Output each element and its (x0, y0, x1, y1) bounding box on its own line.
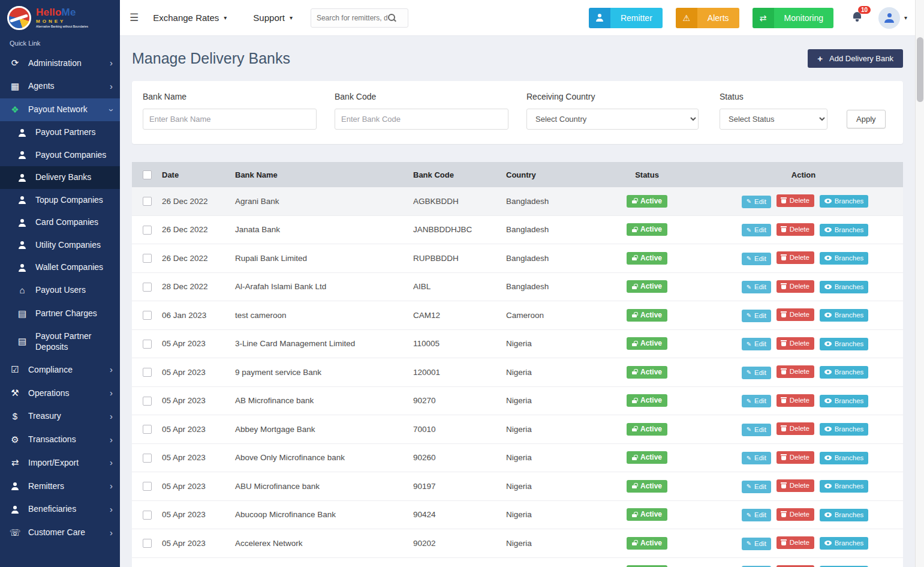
sidebar-item-treasury[interactable]: $Treasury› (0, 405, 120, 428)
branches-button[interactable]: Branches (820, 509, 869, 521)
delete-button[interactable]: Delete (776, 251, 814, 264)
row-checkbox[interactable] (143, 311, 152, 320)
row-checkbox[interactable] (143, 226, 152, 235)
sidebar-item-compliance[interactable]: ☑Compliance› (0, 358, 120, 382)
scrollbar-thumb[interactable] (917, 37, 923, 102)
row-checkbox[interactable] (143, 454, 152, 463)
sidebar-item-remitters[interactable]: Remitters› (0, 475, 120, 498)
page-scrollbar[interactable] (915, 0, 924, 567)
delivery-banks-table: Date Bank Name Bank Code Country Status … (132, 162, 903, 567)
branches-button[interactable]: Branches (820, 452, 869, 464)
nav-support[interactable]: Support ▾ (253, 13, 293, 23)
edit-button[interactable]: ✎ Edit (742, 538, 771, 550)
delete-button[interactable]: Delete (776, 422, 814, 435)
row-checkbox[interactable] (143, 511, 152, 520)
sidebar-item-payout-network[interactable]: ❖Payout Network› (0, 98, 120, 122)
add-delivery-bank-button[interactable]: + Add Delivery Bank (808, 49, 903, 68)
branches-button[interactable]: Branches (820, 281, 869, 293)
edit-button[interactable]: ✎ Edit (742, 481, 771, 493)
sidebar-item-payout-partners[interactable]: Payout Partners (0, 121, 120, 144)
branches-button[interactable]: Branches (820, 395, 869, 407)
search-icon[interactable] (387, 13, 396, 22)
trash-icon (781, 539, 787, 545)
remitter-button[interactable]: Remitter (589, 8, 663, 28)
apply-button[interactable]: Apply (847, 110, 886, 128)
sidebar-item-customer-care[interactable]: ☏Customer Care› (0, 521, 120, 545)
sidebar-item-partner-charges[interactable]: ▤Partner Charges (0, 302, 120, 326)
sidebar-item-administration[interactable]: ⟳Administration› (0, 52, 120, 75)
sidebar-item-payout-users[interactable]: ⌂Payout Users (0, 279, 120, 302)
edit-button[interactable]: ✎ Edit (742, 395, 771, 407)
sidebar-item-wallet-companies[interactable]: Wallet Companies (0, 256, 120, 279)
search-input[interactable] (317, 14, 387, 22)
delete-button[interactable]: Delete (776, 308, 814, 321)
row-checkbox[interactable] (143, 482, 152, 491)
sidebar-item-operations[interactable]: ⚒Operations› (0, 382, 120, 405)
edit-button[interactable]: ✎ Edit (742, 367, 771, 379)
edit-button[interactable]: ✎ Edit (742, 224, 771, 236)
delete-button[interactable]: Delete (776, 394, 814, 407)
delete-button[interactable]: Delete (776, 365, 814, 378)
nav-exchange-rates[interactable]: Exchange Rates ▾ (153, 13, 227, 23)
delete-button[interactable]: Delete (776, 565, 814, 567)
branches-button[interactable]: Branches (820, 252, 869, 265)
edit-button[interactable]: ✎ Edit (742, 509, 771, 521)
cell-action: ✎ Edit Delete Branches (704, 358, 903, 387)
edit-button[interactable]: ✎ Edit (742, 253, 771, 265)
branches-button[interactable]: Branches (820, 537, 869, 550)
notifications-button[interactable]: 10 (851, 11, 863, 24)
bank-name-input[interactable] (143, 109, 317, 130)
sidebar-item-agents[interactable]: ▦Agents› (0, 75, 120, 98)
row-checkbox[interactable] (143, 539, 152, 548)
row-checkbox[interactable] (143, 283, 152, 292)
sidebar-item-import-export[interactable]: ⇄Import/Export› (0, 451, 120, 475)
sidebar-item-beneficiaries[interactable]: Beneficiaries› (0, 498, 120, 521)
alerts-button[interactable]: ⚠ Alerts (676, 8, 739, 28)
delete-button[interactable]: Delete (776, 194, 814, 207)
branches-button[interactable]: Branches (820, 195, 869, 208)
branches-button[interactable]: Branches (820, 366, 869, 379)
sidebar-item-delivery-banks[interactable]: Delivery Banks (0, 166, 120, 189)
edit-button[interactable]: ✎ Edit (742, 310, 771, 322)
edit-button[interactable]: ✎ Edit (742, 424, 771, 436)
edit-button[interactable]: ✎ Edit (742, 452, 771, 464)
sidebar-item-payout-companies[interactable]: Payout Companies (0, 144, 120, 167)
delete-button[interactable]: Delete (776, 280, 814, 293)
country-select[interactable]: Select Country (526, 109, 699, 130)
status-select[interactable]: Select Status (720, 109, 827, 130)
quick-link-label: Quick Link (0, 34, 120, 52)
branches-button[interactable]: Branches (820, 309, 869, 322)
row-checkbox[interactable] (143, 368, 152, 377)
monitoring-button[interactable]: ⇄ Monitoring (753, 8, 833, 28)
user-menu-button[interactable]: ▾ (878, 7, 907, 29)
row-checkbox[interactable] (143, 397, 152, 406)
branches-button[interactable]: Branches (820, 224, 869, 236)
delete-button[interactable]: Delete (776, 479, 814, 492)
edit-button[interactable]: ✎ Edit (742, 281, 771, 293)
select-all-checkbox[interactable] (143, 170, 152, 179)
brand-logo[interactable]: HelloMe MONEY Alternative Banking withou… (0, 0, 120, 34)
row-checkbox[interactable] (143, 254, 152, 263)
delete-button[interactable]: Delete (776, 337, 814, 350)
row-checkbox[interactable] (143, 197, 152, 206)
delete-button[interactable]: Delete (776, 451, 814, 464)
bank-code-input[interactable] (335, 109, 508, 130)
sidebar-item-card-companies[interactable]: Card Companies (0, 211, 120, 234)
sidebar-item-label: Compliance (28, 365, 102, 376)
sidebar-item-utility-companies[interactable]: Utility Companies (0, 234, 120, 257)
sidebar-item-payout-partner-deposits[interactable]: ▤Payout Partner Deposits (0, 325, 120, 358)
edit-button[interactable]: ✎ Edit (742, 196, 771, 208)
row-checkbox[interactable] (143, 425, 152, 434)
sidebar-item-topup-companies[interactable]: Topup Companies (0, 189, 120, 212)
branches-button[interactable]: Branches (820, 338, 869, 350)
sidebar-item-transactions[interactable]: ⚙Transactions› (0, 428, 120, 452)
edit-button[interactable]: ✎ Edit (742, 338, 771, 350)
delete-button[interactable]: Delete (776, 536, 814, 549)
delete-label: Delete (790, 197, 809, 204)
branches-button[interactable]: Branches (820, 480, 869, 493)
row-checkbox[interactable] (143, 340, 152, 349)
delete-button[interactable]: Delete (776, 508, 814, 521)
hamburger-menu-icon[interactable]: ☰ (130, 11, 139, 24)
branches-button[interactable]: Branches (820, 423, 869, 436)
delete-button[interactable]: Delete (776, 223, 814, 236)
